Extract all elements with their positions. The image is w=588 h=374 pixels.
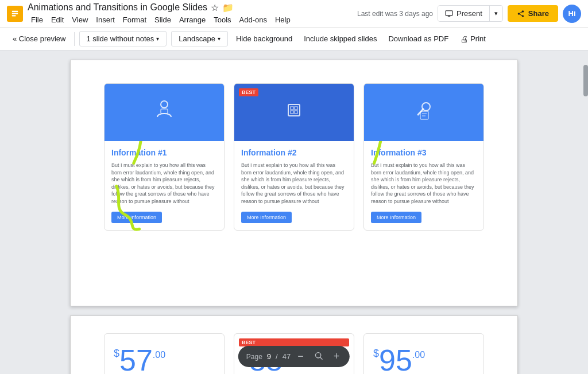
hide-bg-label: Hide background xyxy=(236,34,292,43)
card-header-2: BEST xyxy=(234,84,354,141)
card-1: Information #1 But I must explain to you… xyxy=(104,83,225,231)
card-body-3: Information #3 But I must explain to you… xyxy=(364,141,483,230)
pricing-card-3: $ 95 .00 Premium Plan But I must explain… xyxy=(363,333,484,374)
svg-point-21 xyxy=(315,352,320,357)
pricing-card-1: $ 57 .00 Base Plan But I must explain to… xyxy=(104,333,225,374)
price-main-1: 57 xyxy=(119,345,153,374)
present-button-group: Present ▾ xyxy=(438,5,503,22)
avatar[interactable]: Hi xyxy=(563,5,581,23)
page-current: 9 xyxy=(267,352,271,361)
include-skipped-btn[interactable]: Include skipped slides xyxy=(298,31,382,46)
price-cents-3: .00 xyxy=(412,350,425,360)
right-controls: Present ▾ Share Hi xyxy=(438,5,581,23)
scrollbar-track xyxy=(583,50,588,374)
menu-edit[interactable]: Edit xyxy=(48,14,67,25)
slides-dropdown[interactable]: 1 slide without notes ▾ xyxy=(79,31,167,46)
app-icon xyxy=(7,6,23,22)
zoom-in-button[interactable]: + xyxy=(331,349,342,364)
card-btn-2[interactable]: More Information xyxy=(241,212,292,223)
cards-container: Information #1 But I must explain to you… xyxy=(88,83,500,231)
svg-point-9 xyxy=(161,101,168,108)
zoom-button[interactable] xyxy=(311,350,327,364)
chevron-down-icon-2: ▾ xyxy=(218,36,220,42)
slide-page-1: Information #1 But I must explain to you… xyxy=(70,60,518,306)
menu-tools[interactable]: Tools xyxy=(210,14,234,25)
price-dollar-1: $ xyxy=(114,348,119,360)
present-label: Present xyxy=(457,9,482,18)
card-title-1: Information #1 xyxy=(111,148,217,157)
orientation-dropdown[interactable]: Landscape ▾ xyxy=(171,31,228,46)
menu-slide[interactable]: Slide xyxy=(151,14,175,25)
doc-title-text: Animations and Transitions in Google Sli… xyxy=(28,2,207,13)
close-preview-label: « Close preview xyxy=(13,34,66,43)
zoom-out-button[interactable]: − xyxy=(295,349,306,364)
download-pdf-btn[interactable]: Download as PDF xyxy=(382,31,454,46)
svg-rect-15 xyxy=(295,111,297,114)
card-icon-3 xyxy=(410,96,438,129)
title-section: Animations and Transitions in Google Sli… xyxy=(28,2,353,25)
card-title-3: Information #3 xyxy=(371,148,477,157)
menu-format[interactable]: Format xyxy=(119,14,150,25)
card-2: BEST Information #2 But I must explain xyxy=(234,83,354,231)
separator-1 xyxy=(74,32,75,46)
include-skipped-label: Include skipped slides xyxy=(304,34,377,43)
menu-addons[interactable]: Add-ons xyxy=(236,14,270,25)
best-badge-2: BEST xyxy=(239,338,349,346)
svg-rect-3 xyxy=(12,15,16,16)
svg-rect-12 xyxy=(291,107,293,110)
card-body-1: Information #1 But I must explain to you… xyxy=(105,141,224,230)
svg-rect-10 xyxy=(161,109,168,114)
present-dropdown-arrow[interactable]: ▾ xyxy=(490,6,502,21)
download-pdf-label: Download as PDF xyxy=(388,34,448,43)
best-badge-1: BEST xyxy=(239,88,258,96)
page-total: 47 xyxy=(283,352,291,361)
last-edit-text: Last edit was 3 days ago xyxy=(357,10,433,18)
present-button[interactable]: Present xyxy=(438,6,490,21)
card-header-3 xyxy=(364,84,483,141)
menu-view[interactable]: View xyxy=(68,14,91,25)
share-button[interactable]: Share xyxy=(508,5,558,22)
svg-rect-14 xyxy=(291,111,293,114)
share-label: Share xyxy=(528,9,549,18)
menu-help[interactable]: Help xyxy=(272,14,294,25)
price-cents-1: .00 xyxy=(153,350,165,360)
hide-bg-btn[interactable]: Hide background xyxy=(230,31,298,46)
menu-bar: File Edit View Insert Format Slide Arran… xyxy=(28,14,353,25)
card-text-3: But I must explain to you how all this w… xyxy=(371,162,477,205)
price-row-1: $ 57 .00 xyxy=(114,345,215,374)
card-text-1: But I must explain to you how all this w… xyxy=(111,162,217,205)
main-area[interactable]: Information #1 But I must explain to you… xyxy=(0,50,588,374)
card-header-1 xyxy=(105,84,224,141)
chevron-down-icon: ▾ xyxy=(156,36,159,42)
close-preview-btn[interactable]: « Close preview xyxy=(7,31,72,46)
folder-icon[interactable]: 📁 xyxy=(222,2,234,13)
top-bar: Animations and Transitions in Google Sli… xyxy=(0,0,588,28)
print-label: Print xyxy=(470,34,486,43)
card-title-2: Information #2 xyxy=(241,148,347,157)
card-btn-1[interactable]: More Information xyxy=(111,212,162,223)
svg-line-22 xyxy=(320,357,323,360)
menu-insert[interactable]: Insert xyxy=(92,14,118,25)
card-text-2: But I must explain to you how all this w… xyxy=(241,162,347,205)
doc-title: Animations and Transitions in Google Sli… xyxy=(28,2,353,13)
svg-rect-18 xyxy=(420,111,428,119)
card-icon-2 xyxy=(280,96,308,129)
page-label: Page xyxy=(246,353,262,361)
card-btn-3[interactable]: More Information xyxy=(371,212,421,223)
svg-rect-2 xyxy=(12,13,18,14)
star-icon[interactable]: ☆ xyxy=(211,2,219,13)
svg-rect-13 xyxy=(295,107,297,110)
scrollbar-thumb[interactable] xyxy=(583,65,588,96)
print-btn[interactable]: 🖨 Print xyxy=(454,31,492,47)
preview-bar: « Close preview 1 slide without notes ▾ … xyxy=(0,28,588,50)
card-body-2: Information #2 But I must explain to you… xyxy=(234,141,354,230)
svg-rect-11 xyxy=(288,104,300,116)
svg-rect-1 xyxy=(12,10,18,11)
orientation-label: Landscape xyxy=(179,34,215,43)
menu-arrange[interactable]: Arrange xyxy=(176,14,209,25)
menu-file[interactable]: File xyxy=(28,14,47,25)
card-3: Information #3 But I must explain to you… xyxy=(363,83,484,231)
price-dollar-3: $ xyxy=(373,348,379,360)
page-separator: / xyxy=(276,352,278,361)
card-icon-1 xyxy=(150,96,178,129)
